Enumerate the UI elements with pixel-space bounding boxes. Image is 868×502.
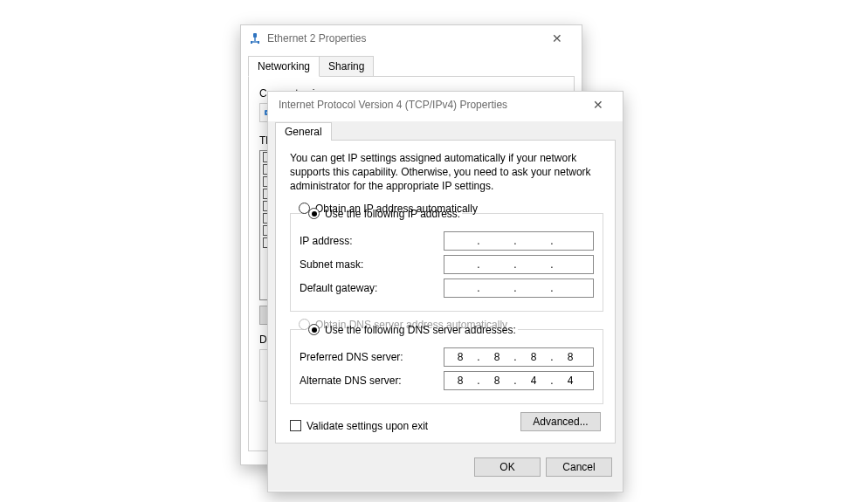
gateway-octet-4[interactable] (555, 279, 586, 297)
pref-dns-octet-2[interactable] (481, 348, 513, 366)
subnet-octet-1[interactable] (444, 256, 476, 273)
gateway-octet-3[interactable] (518, 279, 549, 297)
alternate-dns-input[interactable]: . . . (444, 371, 594, 390)
preferred-dns-label: Preferred DNS server: (300, 351, 444, 363)
ip-octet-4[interactable] (555, 232, 586, 250)
tab-general[interactable]: General (275, 122, 332, 141)
ip-octet-2[interactable] (481, 232, 513, 250)
dns-settings-group: Use the following DNS server addresses: … (290, 324, 603, 404)
radio-label: Use the following IP address: (325, 208, 460, 220)
subnet-octet-2[interactable] (481, 256, 513, 273)
default-gateway-label: Default gateway: (300, 282, 444, 294)
cancel-button[interactable]: Cancel (546, 457, 612, 477)
pref-dns-octet-4[interactable] (555, 348, 586, 366)
ip-settings-group: Use the following IP address: IP address… (290, 208, 603, 312)
alt-dns-octet-2[interactable] (481, 372, 513, 389)
tab-bar: General (275, 121, 616, 140)
tab-body: You can get IP settings assigned automat… (275, 140, 616, 444)
close-icon[interactable]: ✕ (540, 31, 575, 45)
radio-label: Use the following DNS server addresses: (325, 324, 516, 336)
advanced-button[interactable]: Advanced... (520, 412, 601, 431)
checkbox-label: Validate settings upon exit (307, 420, 428, 432)
subnet-mask-input[interactable]: . . . (444, 255, 594, 274)
default-gateway-input[interactable]: . . . (444, 279, 594, 298)
dialog-title: Ethernet 2 Properties (267, 32, 540, 45)
validate-settings-checkbox[interactable]: Validate settings upon exit (290, 420, 428, 432)
svg-rect-1 (254, 38, 255, 41)
titlebar[interactable]: Ethernet 2 Properties ✕ (241, 25, 582, 52)
dialog-footer: OK Cancel (268, 450, 623, 484)
preferred-dns-input[interactable]: . . . (444, 347, 594, 367)
ip-octet-1[interactable] (444, 232, 476, 250)
subnet-octet-3[interactable] (518, 256, 549, 273)
gateway-octet-2[interactable] (481, 279, 513, 297)
tab-networking[interactable]: Networking (248, 56, 320, 77)
ip-address-input[interactable]: . . . (444, 231, 594, 251)
alt-dns-octet-4[interactable] (555, 372, 586, 389)
svg-rect-3 (258, 41, 259, 44)
intro-text: You can get IP settings assigned automat… (290, 151, 601, 194)
subnet-mask-label: Subnet mask: (300, 258, 444, 271)
ip-octet-3[interactable] (518, 232, 549, 250)
alt-dns-octet-1[interactable] (444, 372, 476, 389)
alt-dns-octet-3[interactable] (518, 372, 549, 389)
svg-rect-0 (253, 33, 257, 38)
ok-button[interactable]: OK (474, 457, 541, 477)
radio-use-following-ip[interactable]: Use the following IP address: (307, 208, 462, 220)
tab-sharing[interactable]: Sharing (320, 56, 374, 77)
ethernet-icon (248, 31, 262, 45)
svg-rect-2 (251, 41, 252, 44)
ipv4-properties-dialog: Internet Protocol Version 4 (TCP/IPv4) P… (267, 91, 623, 492)
dialog-title: Internet Protocol Version 4 (TCP/IPv4) P… (275, 99, 581, 111)
pref-dns-octet-3[interactable] (518, 348, 549, 366)
subnet-octet-4[interactable] (555, 256, 586, 273)
radio-use-following-dns[interactable]: Use the following DNS server addresses: (307, 324, 518, 336)
gateway-octet-1[interactable] (444, 279, 476, 297)
alternate-dns-label: Alternate DNS server: (300, 375, 444, 387)
close-icon[interactable]: ✕ (581, 98, 616, 112)
tab-bar: Networking Sharing (248, 55, 575, 76)
ip-address-label: IP address: (300, 235, 444, 247)
pref-dns-octet-1[interactable] (444, 348, 476, 366)
titlebar[interactable]: Internet Protocol Version 4 (TCP/IPv4) P… (268, 92, 623, 118)
